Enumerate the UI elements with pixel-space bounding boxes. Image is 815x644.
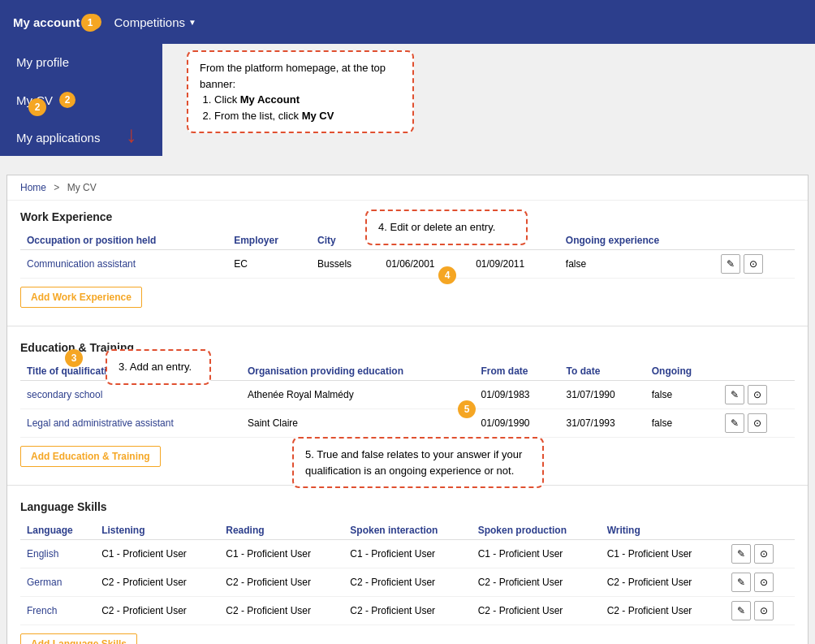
action-buttons-lang-2: ✎ ⊙ [731,601,788,620]
edu-title-cell-0[interactable]: secondary school [20,381,241,409]
tooltip4-step: 4. [378,221,387,233]
col-from-date-edu: From date [474,362,559,381]
table-row: Communication assistant EC Bussels 01/06… [20,250,795,279]
tooltip-step3: 3. Add an entry. [106,349,211,385]
sidebar-item-my-applications[interactable]: My applications [0,119,162,156]
language-section: Language Skills Language Listening Readi… [7,491,808,644]
tooltip1-step2: From the list, click My CV [214,108,401,124]
work-experience-tbody: Communication assistant EC Bussels 01/06… [20,250,795,279]
lang-name-0[interactable]: English [20,540,95,568]
lang-actions-2: ✎ ⊙ [725,597,795,625]
delete-button-lang-1[interactable]: ⊙ [754,573,774,592]
lang-spoken-prod-0: C1 - Proficient User [472,540,601,568]
edu-from-cell-1: 01/09/1990 [474,409,559,438]
competitions-nav[interactable]: Competitions ▼ [114,15,196,29]
edit-button-edu-1[interactable]: ✎ [725,413,744,433]
delete-button-lang-0[interactable]: ⊙ [754,544,774,564]
top-nav: My account 1 Competitions ▼ [0,0,815,44]
step-2-badge: 2 [28,98,46,116]
my-profile-label: My profile [16,55,69,69]
add-work-experience-button[interactable]: Add Work Experience [20,287,142,308]
step-3-badge: 3 [65,349,83,367]
col-employer: Employer [227,231,311,250]
action-buttons: ✎ ⊙ [721,254,788,274]
table-row: French C2 - Proficient User C2 - Profici… [20,597,795,625]
delete-button-lang-2[interactable]: ⊙ [754,601,774,620]
col-spoken-production: Spoken production [472,521,601,540]
table-row: English C1 - Proficient User C1 - Profic… [20,540,795,568]
edu-org-cell-0: Athenée Royal Malmédy [241,381,475,409]
language-table: Language Listening Reading Spoken intera… [20,521,795,625]
col-org: Organisation providing education [241,362,475,381]
edit-button[interactable]: ✎ [721,254,740,274]
col-spoken-interaction: Spoken interaction [343,521,471,540]
col-writing: Writing [601,521,725,540]
lang-actions-0: ✎ ⊙ [725,540,795,568]
edu-actions-cell-0: ✎ ⊙ [718,381,795,409]
col-actions-lang [725,521,795,540]
occupation-cell[interactable]: Communication assistant [20,250,227,279]
language-tbody: English C1 - Proficient User C1 - Profic… [20,540,795,625]
add-education-button[interactable]: Add Education & Training [20,446,161,467]
edit-button-lang-0[interactable]: ✎ [731,544,751,564]
lang-listening-2: C2 - Proficient User [95,597,219,625]
lang-name-1[interactable]: German [20,568,95,597]
chevron-down-icon: ▼ [188,18,196,27]
lang-spoken-prod-2: C2 - Proficient User [472,597,601,625]
col-to-date-edu: To date [560,362,645,381]
action-buttons-lang-0: ✎ ⊙ [731,544,788,564]
my-account-label: My account [13,15,80,29]
arrow-down-icon: ↓ [126,122,137,148]
to-date-cell: 01/09/2011 [469,250,559,279]
lang-actions-1: ✎ ⊙ [725,568,795,597]
edu-to-cell-1: 31/07/1993 [560,409,645,438]
my-cv-badge: 2 [59,92,75,108]
lang-listening-0: C1 - Proficient User [95,540,219,568]
lang-spoken-prod-1: C2 - Proficient User [472,568,601,597]
col-occupation: Occupation or position held [20,231,227,250]
col-reading: Reading [219,521,343,540]
edu-title-cell-1[interactable]: Legal and administrative assistant [20,409,241,438]
tooltip4-content: 4. Edit or delete an entry. [378,219,515,236]
edu-to-cell-0: 31/07/1990 [560,381,645,409]
sidebar-item-my-cv[interactable]: My CV 2 [0,80,162,119]
ongoing-cell: false [559,250,714,279]
actions-cell: ✎ ⊙ [714,250,795,279]
lang-reading-1: C2 - Proficient User [219,568,343,597]
tooltip5-text: True and false relates to your answer if… [305,448,522,477]
col-actions [714,231,795,250]
edit-button-lang-1[interactable]: ✎ [731,573,751,592]
lang-name-2[interactable]: French [20,597,95,625]
breadcrumb-current: My CV [67,182,97,193]
delete-button-edu-0[interactable]: ⊙ [748,385,767,404]
lang-writing-1: C2 - Proficient User [601,568,725,597]
edit-button-lang-2[interactable]: ✎ [731,601,751,620]
col-actions-edu [718,362,795,381]
edu-ongoing-cell-1: false [645,409,718,438]
tooltip-step4: 4. Edit or delete an entry. [365,210,528,245]
table-row: secondary school Athenée Royal Malmédy 0… [20,381,795,409]
step-5-badge: 5 [458,400,476,418]
lang-writing-2: C2 - Proficient User [601,597,725,625]
employer-cell: EC [227,250,311,279]
main-content: Home > My CV Work Experience Occupation … [6,175,809,644]
tooltip3-text: Add an entry. [130,361,192,373]
add-language-button[interactable]: Add Language Skills [20,633,137,644]
lang-writing-0: C1 - Proficient User [601,540,725,568]
breadcrumb-home[interactable]: Home [20,182,46,193]
education-tbody: secondary school Athenée Royal Malmédy 0… [20,381,795,438]
delete-button-edu-1[interactable]: ⊙ [748,413,767,433]
lang-reading-0: C1 - Proficient User [219,540,343,568]
page-wrapper: My account 1 Competitions ▼ My profile M… [0,0,815,644]
action-buttons-edu-1: ✎ ⊙ [725,413,788,433]
my-applications-label: My applications [16,131,100,145]
edit-button-edu-0[interactable]: ✎ [725,385,744,404]
sidebar-item-my-profile[interactable]: My profile [0,44,162,80]
delete-button[interactable]: ⊙ [744,254,763,274]
edu-from-cell-0: 01/09/1983 [474,381,559,409]
col-language: Language [20,521,95,540]
table-row: German C2 - Proficient User C2 - Profici… [20,568,795,597]
lang-spoken-int-2: C2 - Proficient User [343,597,471,625]
action-buttons-lang-1: ✎ ⊙ [731,573,788,592]
tooltip5-step: 5. [305,448,314,460]
